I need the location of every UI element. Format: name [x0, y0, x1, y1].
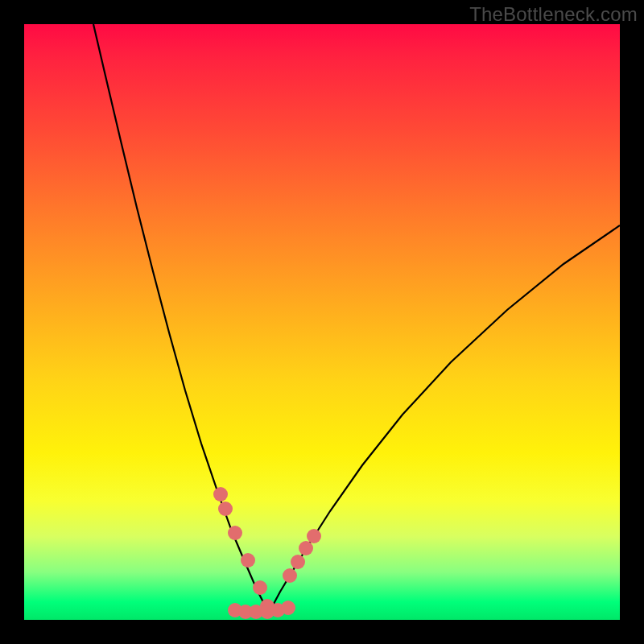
chart-marker: [307, 529, 321, 543]
chart-marker: [228, 526, 242, 540]
chart-marker: [283, 568, 297, 583]
chart-marker: [291, 555, 305, 569]
chart-marker: [253, 580, 267, 595]
left-curve: [93, 24, 268, 612]
watermark-text: TheBottleneck.com: [469, 3, 638, 26]
chart-marker: [218, 502, 233, 516]
chart-plot-area: [24, 24, 620, 620]
chart-marker: [281, 601, 295, 615]
chart-svg: [24, 24, 620, 620]
chart-marker: [241, 553, 255, 568]
chart-marker: [213, 487, 228, 502]
right-curve: [268, 225, 620, 612]
marker-group: [213, 487, 321, 619]
chart-marker: [299, 541, 313, 555]
